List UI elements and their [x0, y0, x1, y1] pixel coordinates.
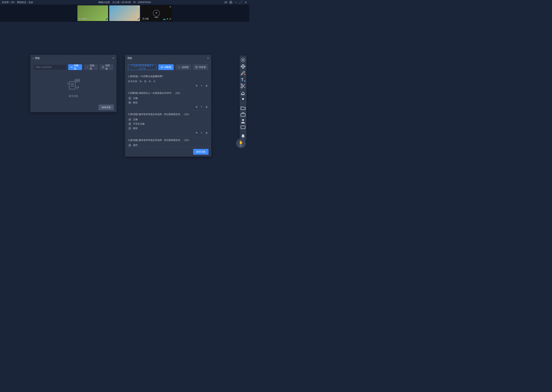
svg-point-18	[77, 80, 78, 81]
svg-point-26	[243, 60, 244, 61]
separator	[241, 103, 247, 104]
svg-point-5	[103, 18, 104, 19]
minimize-icon[interactable]	[234, 1, 237, 4]
maximize-icon[interactable]	[239, 1, 242, 4]
packet-loss: 丢包率：0%	[2, 1, 14, 4]
judge-icon	[71, 66, 73, 69]
toolbox-tool[interactable]	[240, 112, 246, 117]
video-strip: 叮当老师 🎤 ✕ Nina 🎤 ✕ 王小明 🎤 🎤	[0, 5, 249, 22]
svg-point-1	[230, 2, 231, 3]
move-tool[interactable]	[240, 63, 246, 69]
quiz-panel-empty: ‹ 测验 × 判断题 选择题 简答题	[30, 55, 116, 112]
hand-raise-button[interactable]: ✋ 0/2	[236, 139, 246, 148]
mic-icon: 🎤	[137, 17, 139, 20]
choice-icon	[178, 66, 181, 69]
camera-off-icon	[153, 10, 160, 17]
empty-state: 暂无试题	[33, 73, 113, 102]
elapsed: 已上课：02:34:09	[113, 1, 131, 4]
text-tool[interactable]: T	[240, 77, 246, 82]
people-tool[interactable]	[240, 118, 246, 124]
close-icon[interactable]: ×	[113, 56, 114, 60]
close-icon[interactable]: ✕	[138, 6, 139, 8]
save-quiz-button[interactable]: 保存试卷	[193, 149, 209, 155]
edit-icon[interactable]: ✎	[200, 131, 203, 134]
record-icon[interactable]	[224, 1, 227, 4]
save-quiz-button[interactable]: 保存试卷	[99, 105, 114, 110]
panel-title: 测验	[127, 56, 132, 60]
svg-rect-38	[241, 126, 245, 129]
signal-icon	[102, 17, 105, 20]
empty-illustration-icon	[66, 78, 81, 92]
svg-point-37	[242, 119, 244, 121]
svg-point-6	[71, 67, 72, 68]
chat-tool[interactable]	[240, 125, 246, 130]
scissors-tool[interactable]	[240, 83, 246, 89]
move-icon[interactable]: ✥	[195, 131, 198, 134]
edit-icon[interactable]: ✎	[200, 84, 203, 87]
delete-icon[interactable]: 🗑	[205, 131, 208, 134]
svg-point-30	[241, 84, 242, 85]
shortanswer-type-chip[interactable]: 简答题	[100, 64, 113, 70]
judge-type-chip[interactable]: 判断题	[68, 64, 82, 70]
edit-icon[interactable]: ✎	[200, 105, 203, 109]
svg-rect-36	[241, 113, 245, 116]
video-tile-teacher[interactable]: 叮当老师 🎤	[77, 5, 108, 21]
mic-muted-icon: 🎤	[166, 18, 168, 20]
svg-point-31	[241, 87, 242, 88]
mic-icon: 🎤	[105, 17, 107, 20]
folder-tool[interactable]	[240, 105, 246, 111]
close-icon[interactable]: ×	[207, 56, 209, 60]
svg-rect-0	[225, 1, 226, 3]
move-icon[interactable]: ✥	[195, 84, 198, 87]
judge-icon	[161, 66, 163, 69]
question-3: 3 [单选题] 施华洛世奇是反华品牌，所以梁鼎琪反华。（2分） A正确 B不完全…	[128, 111, 208, 136]
empty-text: 暂无试题	[69, 95, 78, 98]
quiz-panel-filled: 测验 × 产品说试卷名称最多十六个字 判断题 选择题 简答题 1 [简答题] 一…	[125, 55, 211, 157]
shortanswer-type-chip[interactable]: 简答题	[193, 64, 208, 70]
svg-text:T: T	[241, 77, 243, 82]
choice-type-chip[interactable]: 选择题	[175, 64, 191, 70]
svg-rect-23	[196, 66, 197, 68]
text-icon	[195, 66, 198, 69]
text-icon	[102, 66, 104, 69]
delete-icon[interactable]: 🗑	[205, 84, 208, 87]
svg-point-17	[76, 80, 77, 81]
move-icon[interactable]: ✥	[195, 105, 198, 109]
signal-icon	[135, 18, 137, 20]
svg-point-20	[161, 67, 162, 68]
svg-rect-12	[69, 81, 75, 89]
panel-title: 测验	[35, 56, 40, 60]
delete-icon[interactable]: 🗑	[205, 105, 208, 109]
top-bar: 丢包率：0% 网络状态：良好 神秘大自然 已上课：02:34:09 ID：202…	[0, 0, 249, 5]
question-2: 2 [判断题] 我国宪法上一次更新是在2020年。（2分） A正确 B错误 ✥ …	[128, 89, 208, 111]
hand-icon: ✋	[239, 140, 243, 145]
close-icon[interactable]: ✕	[169, 6, 171, 8]
svg-point-19	[78, 80, 79, 81]
brightness-tool[interactable]	[240, 96, 246, 102]
choice-icon	[86, 66, 88, 69]
pen-tool[interactable]	[240, 70, 246, 76]
svg-point-35	[242, 98, 244, 100]
quiz-name-input[interactable]: 产品说试卷名称最多十六个字	[128, 64, 156, 70]
question-4: 4 [多选题] 施华洛世奇是反华品牌，所以梁鼎琪反华。（2分） A是的 B不完全…	[128, 136, 208, 147]
mic-icon: 🎤	[169, 18, 171, 20]
right-toolbar: T	[240, 56, 247, 141]
svg-rect-9	[102, 66, 104, 68]
hand-count: 0/2	[240, 145, 242, 147]
video-tile-student-1[interactable]: ✕ Nina 🎤	[109, 5, 140, 21]
back-icon[interactable]: ‹	[33, 57, 33, 60]
video-tile-student-2[interactable]: ✕ 王小明 🎤 🎤	[141, 5, 172, 21]
cursor-tool[interactable]	[240, 57, 246, 63]
lesson-id: ID：2020070324	[133, 1, 151, 4]
question-1: 1 [简答题] 一年四季分别是哪四季? 参考答案：春、夏、秋、冬 ✥ ✎ 🗑	[128, 73, 208, 89]
quiz-name-input[interactable]	[33, 64, 66, 70]
audio-level-icon	[163, 19, 165, 20]
lesson-title: 神秘大自然	[98, 1, 110, 4]
settings-icon[interactable]	[229, 1, 232, 4]
judge-type-chip[interactable]: 判断题	[158, 64, 174, 70]
close-window-icon[interactable]	[244, 1, 247, 4]
choice-type-chip[interactable]: 选择题	[84, 64, 98, 70]
separator	[241, 132, 247, 132]
network-status: 网络状态：良好	[17, 1, 33, 4]
eraser-tool[interactable]	[240, 90, 246, 95]
